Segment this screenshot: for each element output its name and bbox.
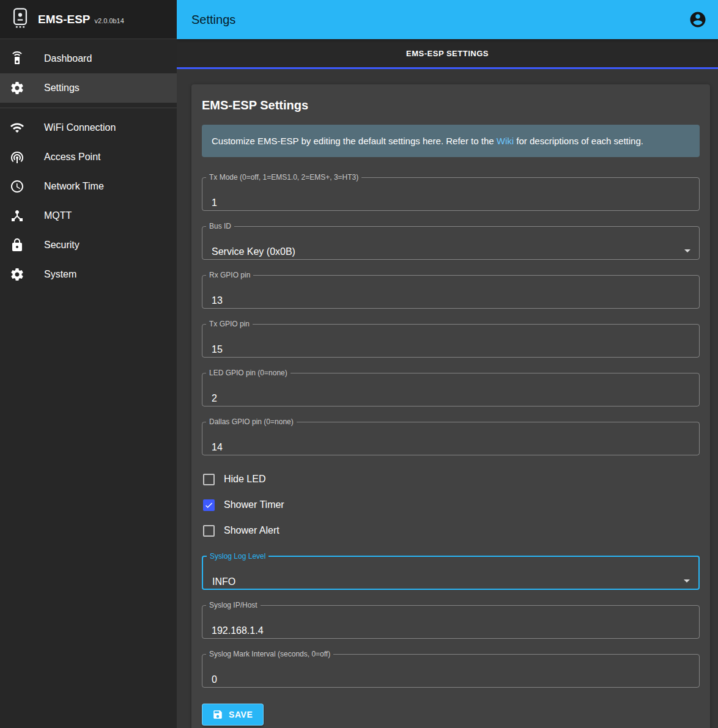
field-rx-gpio: Rx GPIO pin 13: [202, 271, 700, 309]
hide-led-checkbox[interactable]: [203, 474, 215, 485]
sidebar-item-dashboard[interactable]: Dashboard: [0, 44, 177, 73]
gear-icon: [10, 267, 24, 282]
field-label: Tx Mode (0=off, 1=EMS1.0, 2=EMS+, 3=HT3): [206, 173, 361, 182]
app-logo-icon: [10, 7, 31, 32]
syslog-level-select[interactable]: INFO: [212, 576, 235, 587]
field-label: LED GPIO pin (0=none): [206, 369, 291, 377]
app-version: v2.0.0b14: [95, 17, 124, 24]
lock-icon: [10, 238, 24, 252]
app-name: EMS-ESP: [38, 13, 91, 26]
field-label: Rx GPIO pin: [206, 271, 253, 279]
clock-icon: [10, 179, 24, 194]
chevron-down-icon: [684, 579, 690, 583]
field-dallas-gpio: Dallas GPIO pin (0=none) 14: [202, 417, 700, 455]
field-label: Dallas GPIO pin (0=none): [206, 417, 297, 426]
sidebar-item-label: Dashboard: [44, 53, 92, 64]
syslog-mark-input[interactable]: 0: [212, 674, 217, 685]
sidebar-item-label: WiFi Connection: [44, 122, 116, 133]
banner-text: Customize EMS-ESP by editing the default…: [212, 136, 497, 146]
sidebar-item-security[interactable]: Security: [0, 230, 177, 260]
shower-timer-checkbox[interactable]: [203, 499, 215, 511]
sidebar-item-mqtt[interactable]: MQTT: [0, 201, 177, 230]
settings-card: EMS-ESP Settings Customize EMS-ESP by ed…: [191, 84, 710, 728]
save-button[interactable]: SAVE: [202, 704, 264, 726]
tab-ems-esp-settings[interactable]: EMS-ESP SETTINGS: [177, 39, 718, 67]
page-title: Settings: [191, 13, 235, 27]
led-gpio-input[interactable]: 2: [212, 393, 217, 404]
sidebar-item-system[interactable]: System: [0, 260, 177, 289]
field-bus-id[interactable]: Bus ID Service Key (0x0B): [202, 222, 700, 260]
banner-text: for descriptions of each setting.: [514, 136, 643, 146]
checkbox-row-shower-alert[interactable]: Shower Alert: [202, 518, 700, 543]
bus-id-select[interactable]: Service Key (0x0B): [212, 246, 295, 257]
sidebar-item-label: System: [44, 269, 76, 280]
sidebar-item-label: Security: [44, 240, 80, 251]
field-label: Tx GPIO pin: [206, 320, 253, 328]
shower-alert-checkbox[interactable]: [203, 525, 215, 537]
field-led-gpio: LED GPIO pin (0=none) 2: [202, 369, 700, 406]
tx-mode-input[interactable]: 1: [212, 197, 217, 208]
checkbox-row-hide-led[interactable]: Hide LED: [202, 466, 700, 492]
sidebar-nav: Dashboard Settings WiFi Connection Acces…: [0, 39, 177, 289]
sidebar-item-network-time[interactable]: Network Time: [0, 172, 177, 201]
save-button-label: SAVE: [229, 710, 253, 719]
wifi-icon: [10, 120, 24, 135]
checkbox-row-shower-timer[interactable]: Shower Timer: [202, 492, 700, 518]
gear-icon: [10, 81, 24, 95]
account-circle-icon[interactable]: [689, 10, 707, 29]
sidebar-item-label: MQTT: [44, 210, 72, 221]
field-syslog-level[interactable]: Syslog Log Level INFO: [202, 552, 700, 590]
checkbox-label: Shower Alert: [224, 525, 279, 536]
sidebar-item-label: Settings: [44, 83, 80, 94]
wiki-link[interactable]: Wiki: [497, 136, 514, 146]
checkbox-label: Hide LED: [224, 474, 265, 485]
syslog-host-input[interactable]: 192.168.1.4: [212, 625, 264, 636]
field-tx-mode: Tx Mode (0=off, 1=EMS1.0, 2=EMS+, 3=HT3)…: [202, 173, 700, 211]
main-content: EMS-ESP Settings Customize EMS-ESP by ed…: [177, 71, 718, 728]
device-hub-icon: [10, 208, 24, 223]
appbar: Settings: [177, 0, 718, 39]
sidebar-divider: [0, 108, 177, 108]
chevron-down-icon: [684, 249, 690, 252]
tx-gpio-input[interactable]: 15: [212, 344, 223, 355]
field-label: Bus ID: [206, 222, 234, 230]
remote-icon: [10, 51, 24, 66]
field-tx-gpio: Tx GPIO pin 15: [202, 320, 700, 358]
sidebar-item-wifi-connection[interactable]: WiFi Connection: [0, 113, 177, 142]
check-icon: [204, 501, 213, 510]
checkbox-label: Shower Timer: [224, 499, 284, 510]
tab-bar: EMS-ESP SETTINGS: [177, 39, 718, 69]
wifi-tethering-icon: [10, 150, 24, 164]
field-label: Syslog Log Level: [207, 552, 268, 561]
sidebar: EMS-ESP v2.0.0b14 Dashboard Settings WiF…: [0, 0, 177, 728]
rx-gpio-input[interactable]: 13: [212, 295, 223, 306]
field-syslog-host: Syslog IP/Host 192.168.1.4: [202, 601, 700, 639]
sidebar-item-label: Access Point: [44, 152, 100, 163]
field-label: Syslog Mark Interval (seconds, 0=off): [206, 650, 333, 658]
sidebar-item-settings[interactable]: Settings: [0, 73, 177, 103]
save-icon: [212, 709, 223, 720]
sidebar-item-label: Network Time: [44, 181, 104, 192]
field-syslog-mark: Syslog Mark Interval (seconds, 0=off) 0: [202, 650, 700, 688]
sidebar-item-access-point[interactable]: Access Point: [0, 142, 177, 172]
card-title: EMS-ESP Settings: [202, 98, 700, 112]
field-label: Syslog IP/Host: [206, 601, 261, 609]
dallas-gpio-input[interactable]: 14: [212, 442, 223, 453]
info-banner: Customize EMS-ESP by editing the default…: [202, 125, 700, 157]
checkbox-group: Hide LED Shower Timer Shower Alert: [202, 466, 700, 543]
sidebar-header: EMS-ESP v2.0.0b14: [0, 0, 177, 39]
